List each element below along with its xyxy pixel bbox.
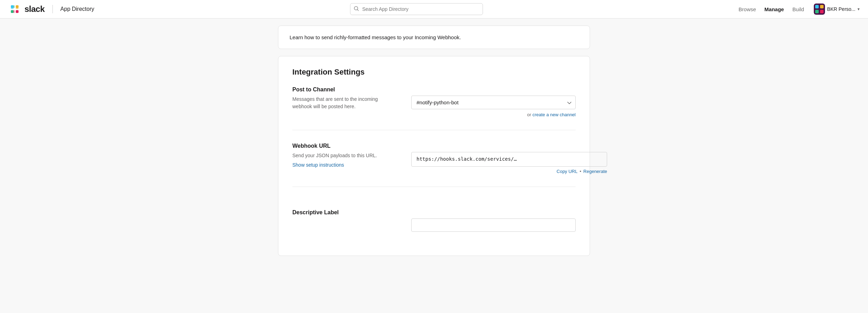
webhook-url-section: Webhook URL Send your JSON payloads to t… bbox=[292, 143, 576, 187]
brand: slack App Directory bbox=[8, 3, 94, 15]
svg-rect-5 bbox=[16, 8, 19, 9]
svg-rect-2 bbox=[16, 5, 19, 8]
svg-rect-3 bbox=[16, 10, 19, 13]
webhook-url-redacted bbox=[514, 156, 603, 163]
svg-rect-4 bbox=[11, 8, 14, 9]
search-container bbox=[102, 3, 730, 15]
svg-rect-13 bbox=[820, 5, 824, 8]
show-setup-instructions-link[interactable]: Show setup instructions bbox=[292, 161, 397, 169]
search-input[interactable] bbox=[350, 3, 483, 15]
channel-select[interactable]: #notify-python-bot bbox=[411, 96, 576, 109]
descriptive-label-input[interactable] bbox=[411, 218, 576, 232]
webhook-url-description: Send your JSON payloads to this URL. Sho… bbox=[292, 152, 397, 169]
svg-rect-1 bbox=[11, 10, 14, 13]
learn-text: Learn how to send richly-formatted messa… bbox=[290, 34, 461, 40]
integration-settings-title: Integration Settings bbox=[292, 68, 576, 77]
post-to-channel-section: Post to Channel Messages that are sent t… bbox=[292, 86, 576, 130]
search-icon bbox=[354, 6, 359, 13]
avatar bbox=[814, 4, 825, 15]
top-card-content: Learn how to send richly-formatted messa… bbox=[290, 34, 578, 40]
descriptive-label-section: Descriptive Label bbox=[292, 200, 576, 232]
top-card: Learn how to send richly-formatted messa… bbox=[278, 26, 590, 49]
header-divider bbox=[52, 5, 53, 13]
svg-rect-7 bbox=[13, 10, 15, 13]
integration-settings-card: Integration Settings Post to Channel Mes… bbox=[278, 56, 590, 256]
descriptive-label-row bbox=[292, 218, 576, 232]
nav-browse[interactable]: Browse bbox=[739, 6, 756, 12]
content-wrapper: Learn how to send richly-formatted messa… bbox=[270, 19, 598, 313]
svg-rect-6 bbox=[13, 5, 15, 8]
webhook-url-row: Send your JSON payloads to this URL. Sho… bbox=[292, 152, 576, 174]
header-nav: Browse Manage Build BKR Perso... ▾ bbox=[739, 4, 860, 15]
main-content: Learn how to send richly-formatted messa… bbox=[0, 0, 868, 313]
header: slack App Directory Browse Manage Build bbox=[0, 0, 868, 19]
webhook-bullet: • bbox=[579, 169, 581, 174]
app-directory-label: App Directory bbox=[61, 6, 94, 12]
post-to-channel-control: #notify-python-bot or create a new chann… bbox=[411, 96, 576, 117]
descriptive-label-title: Descriptive Label bbox=[292, 209, 576, 216]
slack-text: slack bbox=[24, 4, 45, 14]
webhook-url-label: Webhook URL bbox=[292, 143, 576, 149]
webhook-actions: Copy URL • Regenerate bbox=[411, 169, 607, 174]
svg-line-9 bbox=[357, 10, 358, 11]
user-dropdown-icon: ▾ bbox=[858, 7, 860, 12]
regenerate-link[interactable]: Regenerate bbox=[583, 169, 607, 174]
svg-rect-14 bbox=[820, 10, 824, 13]
post-to-channel-row: Messages that are sent to the incoming w… bbox=[292, 96, 576, 117]
post-to-channel-description: Messages that are sent to the incoming w… bbox=[292, 96, 397, 110]
user-name: BKR Perso... bbox=[827, 6, 855, 12]
copy-url-link[interactable]: Copy URL bbox=[557, 169, 578, 174]
webhook-url-prefix: https://hooks.slack.com/services/ bbox=[417, 156, 517, 162]
svg-rect-12 bbox=[815, 10, 819, 13]
nav-build[interactable]: Build bbox=[792, 6, 804, 12]
slack-logo-icon bbox=[8, 3, 21, 15]
nav-manage[interactable]: Manage bbox=[764, 6, 784, 12]
post-to-channel-label: Post to Channel bbox=[292, 86, 576, 93]
webhook-url-text: https://hooks.slack.com/services/ bbox=[412, 152, 607, 166]
create-channel-prefix: or bbox=[527, 112, 531, 117]
webhook-description-text: Send your JSON payloads to this URL. bbox=[292, 152, 397, 159]
webhook-url-display: https://hooks.slack.com/services/ bbox=[411, 152, 607, 167]
create-new-channel-link[interactable]: create a new channel bbox=[532, 112, 576, 117]
webhook-url-field[interactable]: https://hooks.slack.com/services/ bbox=[411, 152, 607, 167]
channel-select-wrap: #notify-python-bot bbox=[411, 96, 576, 109]
svg-rect-0 bbox=[11, 5, 14, 8]
create-channel-text: or create a new channel bbox=[411, 112, 576, 117]
descriptive-label-control bbox=[411, 218, 576, 232]
svg-rect-11 bbox=[815, 5, 819, 8]
webhook-url-control: https://hooks.slack.com/services/ Copy U… bbox=[411, 152, 607, 174]
user-menu[interactable]: BKR Perso... ▾ bbox=[812, 4, 860, 15]
